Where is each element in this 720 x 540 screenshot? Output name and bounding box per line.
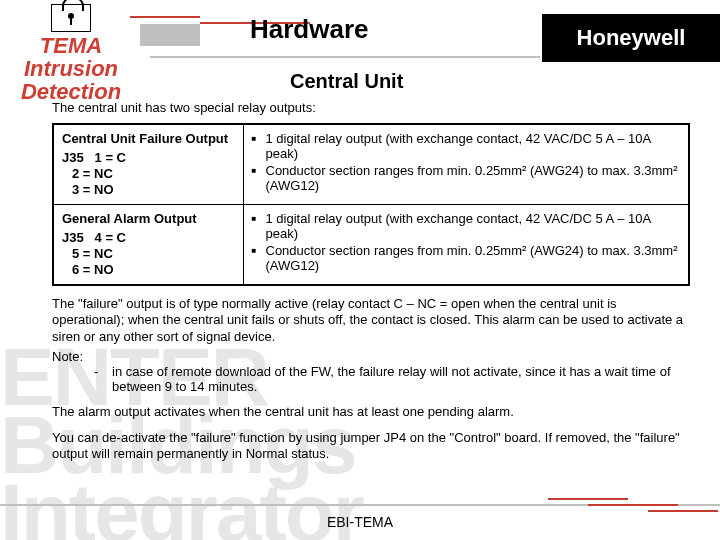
spec-item: 1 digital relay output (with exchange co…	[266, 131, 681, 161]
code: 5 = NC	[72, 246, 235, 261]
product-badge: TEMA Intrusion Detection	[6, 0, 136, 103]
row-title: General Alarm Output	[62, 211, 235, 226]
connector-codes: J35 4 = C 5 = NC 6 = NO	[62, 230, 235, 277]
connector-codes: J35 1 = C 2 = NC 3 = NO	[62, 150, 235, 197]
codes-prefix: J35	[62, 230, 84, 245]
row-title: Central Unit Failure Output	[62, 131, 235, 146]
top-bar: Hardware Honeywell	[150, 14, 720, 64]
table-row: General Alarm Output J35 4 = C 5 = NC 6 …	[53, 205, 689, 286]
code: 1 = C	[95, 150, 126, 165]
footer-text: EBI-TEMA	[0, 514, 720, 530]
intro-text: The central unit has two special relay o…	[52, 100, 690, 115]
spec-list: 1 digital relay output (with exchange co…	[252, 131, 681, 193]
spec-item: 1 digital relay output (with exchange co…	[266, 211, 681, 241]
page-title: Hardware	[250, 14, 369, 45]
lock-icon	[51, 4, 91, 32]
brand-text: Honeywell	[577, 25, 686, 51]
note-label: Note:	[52, 349, 83, 364]
code: 6 = NO	[72, 262, 235, 277]
note-item: in case of remote download of the FW, th…	[112, 364, 690, 394]
code: 2 = NC	[72, 166, 235, 181]
brand-logo: Honeywell	[542, 14, 720, 62]
code: 4 = C	[95, 230, 126, 245]
codes-prefix: J35	[62, 150, 84, 165]
spec-item: Conductor section ranges from min. 0.25m…	[266, 163, 681, 193]
relay-table: Central Unit Failure Output J35 1 = C 2 …	[52, 123, 690, 286]
paragraph: The alarm output activates when the cent…	[52, 404, 690, 420]
body-content: The central unit has two special relay o…	[52, 100, 690, 463]
product-word: Intrusion	[6, 57, 136, 80]
footer-accent	[548, 498, 718, 512]
title-rule	[150, 56, 540, 58]
page-subtitle: Central Unit	[290, 70, 403, 93]
spec-list: 1 digital relay output (with exchange co…	[252, 211, 681, 273]
paragraph: The "failure" output is of type normally…	[52, 296, 690, 345]
paragraph: You can de-activate the "failure" functi…	[52, 430, 690, 463]
watermark-line: Integrator	[0, 476, 363, 540]
spec-item: Conductor section ranges from min. 0.25m…	[266, 243, 681, 273]
product-word: TEMA	[6, 34, 136, 57]
code: 3 = NO	[72, 182, 235, 197]
slide-root: ENTER Buildings Integrator TEMA Intrusio…	[0, 0, 720, 540]
table-row: Central Unit Failure Output J35 1 = C 2 …	[53, 124, 689, 205]
note-block: Note: in case of remote download of the …	[52, 349, 690, 394]
